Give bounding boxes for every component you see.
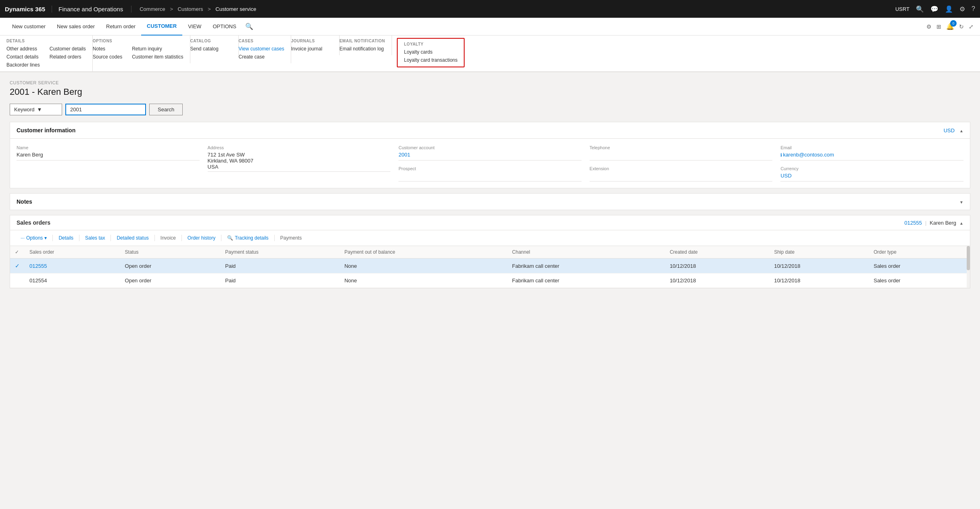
user-circle-icon[interactable]: 👤 [945,5,953,13]
email-value[interactable]: ℹkarenb@contoso.com [780,152,963,161]
table-body: ✓ 012555 Open order Paid None Fabrikam c… [10,259,970,288]
collapse-icon[interactable] [959,127,963,134]
page-title: 2001 - Karen Berg [10,87,970,97]
toolbar-order-history[interactable]: Order history [183,234,219,242]
menu-other-address[interactable]: Other address [6,46,40,52]
nav-customer[interactable]: CUSTOMER [141,18,182,35]
col-order-type: Order type [869,246,970,259]
row2-status: Open order [120,273,221,288]
menu-loyalty-cards[interactable]: Loyalty cards [404,49,458,55]
currency-link[interactable]: USD [944,127,955,134]
scroll-thumb[interactable] [967,246,970,270]
page-context: CUSTOMER SERVICE [10,80,970,85]
address-value: 712 1st Ave SW Kirkland, WA 98007 USA [208,152,391,172]
sales-orders-table: ✓ Sales order Status Payment status Paym… [10,246,970,288]
nav-return-order[interactable]: Return order [100,18,141,35]
menu-related-orders[interactable]: Related orders [50,54,86,60]
sales-orders-collapse-icon[interactable] [959,220,963,226]
extension-value [590,173,773,181]
col-channel: Channel [507,246,665,259]
top-bar-icons: USRT 🔍 💬 👤 ⚙ ? [895,5,975,13]
ribbon-search-icon[interactable]: 🔍 [245,23,253,30]
account-value[interactable]: 2001 [398,152,582,161]
menu-group-journals: JOURNALS Invoice journal [291,35,340,55]
office-icon[interactable]: ⊞ [936,23,941,30]
menu-create-case[interactable]: Create case [239,54,284,60]
menu-contact-details[interactable]: Contact details [6,54,40,60]
row1-payment-status: Paid [220,259,340,273]
search-icon[interactable]: 🔍 [916,5,924,13]
notification-icon[interactable]: 🔔0 [946,23,954,30]
menu-group-details-title: DETAILS [6,39,86,43]
breadcrumb-commerce[interactable]: Commerce [140,6,165,12]
menu-group-options-title: OPTIONS [93,39,183,43]
address-line2: Kirkland, WA 98007 [208,158,391,164]
logo: Dynamics 365 [5,6,52,13]
toolbar-sales-tax[interactable]: Sales tax [81,234,109,242]
search-input[interactable] [65,104,146,115]
refresh-icon[interactable]: ↻ [959,23,964,30]
menu-send-catalog[interactable]: Send catalog [190,46,232,52]
menu-invoice-journal[interactable]: Invoice journal [291,46,333,52]
row2-order[interactable]: 012554 [25,273,120,288]
minimize-icon[interactable]: ⤢ [969,23,974,30]
nav-view[interactable]: VIEW [182,18,207,35]
nav-new-customer[interactable]: New customer [6,18,51,35]
toolbar-tracking-details[interactable]: 🔍 Tracking details [223,234,273,242]
row2-payment-balance: None [340,273,507,288]
options-col1: Notes Source codes [93,46,122,60]
menu-group-catalog: CATALOG Send catalog [190,35,239,55]
menu-return-inquiry[interactable]: Return inquiry [132,46,183,52]
menu-notes[interactable]: Notes [93,46,122,52]
toolbar-options[interactable]: ··· Options ▾ [17,234,51,242]
table-row[interactable]: 012554 Open order Paid None Fabrikam cal… [10,273,970,288]
toolbar-details[interactable]: Details [54,234,77,242]
col-check: ✓ [10,246,25,259]
notes-collapse-icon[interactable] [959,199,963,205]
notes-header[interactable]: Notes [10,194,970,210]
menu-loyalty-card-transactions[interactable]: Loyalty card transactions [404,57,458,63]
ribbon-nav: New customer New sales order Return orde… [0,18,980,35]
keyword-label: Keyword [14,106,35,113]
menu-view-customer-cases[interactable]: View customer cases [239,46,284,52]
customize-icon[interactable]: ⚙ [926,23,932,30]
breadcrumb: Commerce > Customers > Customer service [138,6,895,12]
col-created-date: Created date [665,246,769,259]
menu-group-email-title: EMAIL NOTIFICATION [340,39,385,43]
menu-customer-details[interactable]: Customer details [50,46,86,52]
sales-orders-header: Sales orders 012555 | Karen Berg [10,215,970,230]
menu-source-codes[interactable]: Source codes [93,54,122,60]
search-button[interactable]: Search [149,104,183,115]
name-field: Name Karen Berg [17,145,200,181]
menu-customer-item-statistics[interactable]: Customer item statistics [132,54,183,60]
search-bar: Keyword ▼ Search [10,104,970,115]
options-col2: Return inquiry Customer item statistics [132,46,183,60]
sales-order-link[interactable]: 012555 [905,220,922,226]
row1-order[interactable]: 012555 [25,259,120,273]
account-label: Customer account [398,145,582,150]
nav-options[interactable]: OPTIONS [207,18,242,35]
cases-items: View customer cases Create case [239,46,284,60]
row2-channel: Fabrikam call center [507,273,665,288]
nav-new-sales-order[interactable]: New sales order [51,18,100,35]
settings-icon[interactable]: ⚙ [959,5,965,13]
toolbar-detailed-status[interactable]: Detailed status [113,234,152,242]
customer-info-header[interactable]: Customer information USD [10,122,970,139]
row2-type: Sales order [869,273,970,288]
chat-icon[interactable]: 💬 [930,5,938,13]
table-row[interactable]: ✓ 012555 Open order Paid None Fabrikam c… [10,259,970,273]
breadcrumb-customers[interactable]: Customers [178,6,203,12]
row1-check: ✓ [10,259,25,273]
address-label: Address [208,145,391,150]
currency-field-value[interactable]: USD [780,173,963,181]
menu-group-cases-title: CASES [239,39,284,43]
menu-email-notification-log[interactable]: Email notification log [340,46,385,52]
name-label: Name [17,145,200,150]
ribbon-right-icons: ⚙ ⊞ 🔔0 ↻ ⤢ [926,23,974,30]
keyword-dropdown[interactable]: Keyword ▼ [10,104,62,115]
help-icon[interactable]: ? [972,5,975,13]
menu-backorder-lines[interactable]: Backorder lines [6,62,40,68]
col-ship-date: Ship date [769,246,869,259]
breadcrumb-customer-service[interactable]: Customer service [215,6,256,12]
menu-group-catalog-title: CATALOG [190,39,232,43]
